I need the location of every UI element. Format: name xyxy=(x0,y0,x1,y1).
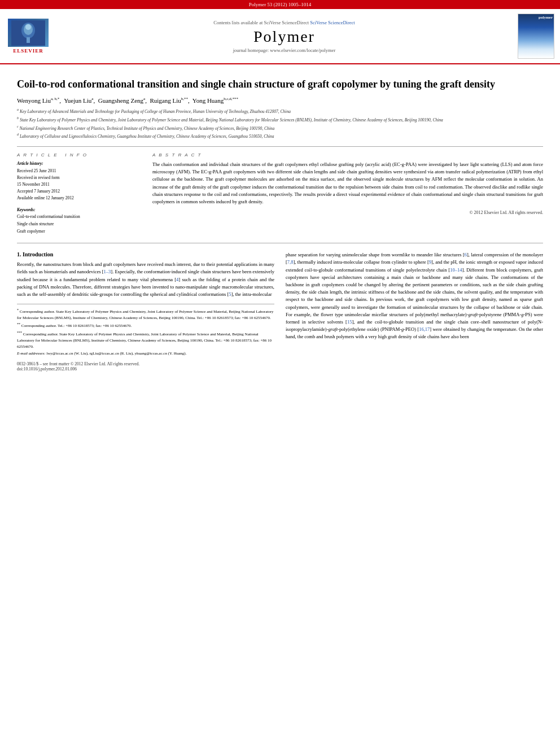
author-1: Wenyong Liua, b,*, xyxy=(17,97,63,104)
keywords-label: Keywords: xyxy=(17,207,141,212)
article-title: Coil-to-rod conformational transition an… xyxy=(17,78,543,91)
elsevier-logo: ELSEVIER xyxy=(6,19,51,54)
footnote-1: * Corresponding author. State Key Labora… xyxy=(17,308,274,321)
abstract-heading: A B S T R A C T xyxy=(152,152,543,158)
banner-text: Polymer 53 (2012) 1005–1014 xyxy=(249,2,312,7)
journal-homepage: journal homepage: www.elsevier.com/locat… xyxy=(56,47,512,53)
author-3: Guangsheng Zenga, xyxy=(98,97,148,104)
section-title: Introduction xyxy=(23,251,53,257)
journal-cover: polymer xyxy=(518,14,554,59)
sciverse-line: Contents lists available at SciVerse Sci… xyxy=(56,20,512,25)
accepted-date: Accepted 7 January 2012 xyxy=(17,188,141,195)
revised-date: 15 November 2011 xyxy=(17,181,141,188)
affiliations: a Key Laboratory of Advanced Materials a… xyxy=(17,107,543,139)
body-col-right: phase separation for varying unimolecula… xyxy=(286,251,543,371)
svg-rect-2 xyxy=(27,37,30,43)
footnotes-area: * Corresponding author. State Key Labora… xyxy=(17,304,274,356)
article-history-label: Article history: xyxy=(17,161,141,166)
revised-label: Received in revised form xyxy=(17,174,141,181)
issn-line: 0032-3861/$ – see front matter © 2012 El… xyxy=(17,361,274,366)
author-5: Yong Huangb,c,d,*** xyxy=(193,97,238,104)
keywords-section: Keywords: Coil-to-rod conformational tra… xyxy=(17,207,141,235)
keyword-1: Coil-to-rod conformational transition xyxy=(17,213,141,221)
doi-info: 0032-3861/$ – see front matter © 2012 El… xyxy=(17,361,274,372)
authors-line: Wenyong Liua, b,*, Yuejun Liua, Guangshe… xyxy=(17,97,543,104)
body-content: 1. Introduction Recently, the nanostruct… xyxy=(17,251,543,371)
copyright-line: © 2012 Elsevier Ltd. All rights reserved… xyxy=(152,210,543,215)
online-date: Available online 12 January 2012 xyxy=(17,195,141,202)
body-col-left: 1. Introduction Recently, the nanostruct… xyxy=(17,251,274,371)
footnote-email: E-mail addresses: lwy@iccas.ac.cn (W. Li… xyxy=(17,351,274,357)
journal-banner: Polymer 53 (2012) 1005–1014 xyxy=(0,0,560,9)
abstract-column: A B S T R A C T The chain conformation a… xyxy=(152,152,543,235)
footnote-3: *** Corresponding author. State Key Labo… xyxy=(17,330,274,350)
received-date: Received 25 June 2011 xyxy=(17,168,141,174)
svg-point-4 xyxy=(25,24,31,30)
keyword-2: Single chain structure xyxy=(17,221,141,228)
article-info-abstract: A R T I C L E I N F O Article history: R… xyxy=(17,152,543,235)
article-info-heading: A R T I C L E I N F O xyxy=(17,152,141,158)
intro-text-col1: Recently, the nanostructures from block … xyxy=(17,261,274,298)
journal-center: Contents lists available at SciVerse Sci… xyxy=(56,20,512,53)
intro-text-col2: phase separation for varying unimolecula… xyxy=(286,251,543,340)
main-content: Coil-to-rod conformational transition an… xyxy=(0,64,560,377)
author-2: Yuejun Liua, xyxy=(64,97,97,104)
journal-cover-label: polymer xyxy=(539,15,553,20)
journal-name: Polymer xyxy=(56,28,512,46)
author-4: Ruigang Liub,**, xyxy=(150,97,191,104)
section-number: 1. xyxy=(17,251,23,257)
abstract-text: The chain conformation and individual ch… xyxy=(152,161,543,206)
footnote-2: ** Corresponding author. Tel.: +86 10 82… xyxy=(17,322,274,329)
elsevier-text: ELSEVIER xyxy=(13,48,43,54)
doi-link: doi:10.1016/j.polymer.2012.01.006 xyxy=(17,366,274,372)
elsevier-logo-image xyxy=(8,19,49,47)
keyword-3: Graft copolymer xyxy=(17,228,141,235)
journal-header: ELSEVIER Contents lists available at Sci… xyxy=(0,9,560,64)
intro-heading: 1. Introduction xyxy=(17,251,274,257)
article-info-column: A R T I C L E I N F O Article history: R… xyxy=(17,152,141,235)
